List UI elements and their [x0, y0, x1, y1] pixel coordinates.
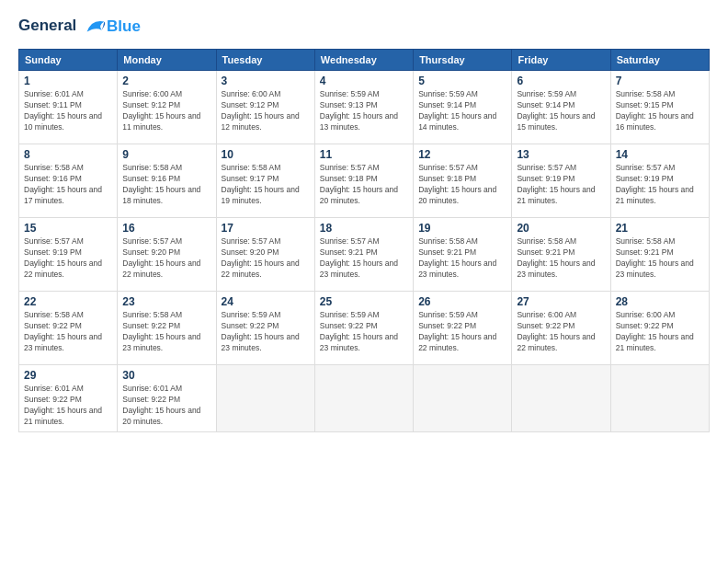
day-number: 7: [616, 75, 704, 87]
day-info: Sunrise: 6:01 AM Sunset: 9:22 PM Dayligh…: [122, 384, 210, 428]
day-info: Sunrise: 5:57 AM Sunset: 9:19 PM Dayligh…: [517, 163, 605, 207]
day-info: Sunrise: 5:57 AM Sunset: 9:19 PM Dayligh…: [616, 163, 704, 207]
table-row: 16 Sunrise: 5:57 AM Sunset: 9:20 PM Dayl…: [118, 218, 216, 292]
table-row: 13 Sunrise: 5:57 AM Sunset: 9:19 PM Dayl…: [512, 144, 610, 218]
day-info: Sunrise: 6:01 AM Sunset: 9:22 PM Dayligh…: [24, 384, 112, 428]
day-number: 28: [616, 295, 704, 308]
day-info: Sunrise: 5:58 AM Sunset: 9:17 PM Dayligh…: [222, 163, 310, 207]
day-info: Sunrise: 5:58 AM Sunset: 9:16 PM Dayligh…: [122, 163, 210, 207]
table-row: 25 Sunrise: 5:59 AM Sunset: 9:22 PM Dayl…: [314, 292, 413, 365]
day-number: 17: [222, 222, 310, 235]
day-number: 9: [122, 148, 210, 161]
calendar-week-3: 15 Sunrise: 5:57 AM Sunset: 9:19 PM Dayl…: [19, 218, 710, 292]
day-info: Sunrise: 5:59 AM Sunset: 9:14 PM Dayligh…: [418, 89, 506, 133]
logo-general: General: [18, 17, 76, 34]
day-number: 5: [418, 75, 506, 87]
day-info: Sunrise: 5:59 AM Sunset: 9:22 PM Dayligh…: [320, 310, 408, 354]
col-wednesday: Wednesday: [314, 50, 413, 71]
table-row: 1 Sunrise: 6:01 AM Sunset: 9:11 PM Dayli…: [19, 71, 118, 144]
table-row: 29 Sunrise: 6:01 AM Sunset: 9:22 PM Dayl…: [19, 365, 118, 432]
day-number: 2: [122, 75, 210, 87]
calendar-header-row: Sunday Monday Tuesday Wednesday Thursday…: [19, 50, 710, 71]
day-info: Sunrise: 5:57 AM Sunset: 9:18 PM Dayligh…: [320, 163, 408, 207]
table-row: 8 Sunrise: 5:58 AM Sunset: 9:16 PM Dayli…: [19, 144, 118, 218]
day-info: Sunrise: 5:58 AM Sunset: 9:21 PM Dayligh…: [616, 236, 704, 281]
day-info: Sunrise: 5:58 AM Sunset: 9:21 PM Dayligh…: [517, 236, 605, 281]
day-number: 14: [616, 148, 704, 161]
table-row: 20 Sunrise: 5:58 AM Sunset: 9:21 PM Dayl…: [512, 218, 610, 292]
table-row: 9 Sunrise: 5:58 AM Sunset: 9:16 PM Dayli…: [118, 144, 216, 218]
day-number: 30: [122, 369, 210, 382]
logo: General Blue: [18, 14, 141, 40]
table-row: 7 Sunrise: 5:58 AM Sunset: 9:15 PM Dayli…: [610, 71, 709, 144]
table-row: [610, 365, 709, 432]
day-info: Sunrise: 6:00 AM Sunset: 9:22 PM Dayligh…: [616, 310, 704, 354]
day-number: 12: [418, 148, 506, 161]
day-number: 16: [122, 222, 210, 235]
day-info: Sunrise: 5:59 AM Sunset: 9:14 PM Dayligh…: [517, 89, 605, 133]
day-number: 4: [320, 75, 408, 87]
col-thursday: Thursday: [414, 50, 512, 71]
table-row: 6 Sunrise: 5:59 AM Sunset: 9:14 PM Dayli…: [512, 71, 610, 144]
table-row: [314, 365, 413, 432]
calendar-week-4: 22 Sunrise: 5:58 AM Sunset: 9:22 PM Dayl…: [19, 292, 710, 365]
day-info: Sunrise: 5:57 AM Sunset: 9:20 PM Dayligh…: [122, 236, 210, 281]
table-row: 26 Sunrise: 5:59 AM Sunset: 9:22 PM Dayl…: [414, 292, 512, 365]
day-number: 8: [24, 148, 112, 161]
table-row: 10 Sunrise: 5:58 AM Sunset: 9:17 PM Dayl…: [216, 144, 314, 218]
table-row: 3 Sunrise: 6:00 AM Sunset: 9:12 PM Dayli…: [216, 71, 314, 144]
col-tuesday: Tuesday: [216, 50, 314, 71]
table-row: 4 Sunrise: 5:59 AM Sunset: 9:13 PM Dayli…: [314, 71, 413, 144]
table-row: [216, 365, 314, 432]
table-row: 11 Sunrise: 5:57 AM Sunset: 9:18 PM Dayl…: [314, 144, 413, 218]
table-row: 14 Sunrise: 5:57 AM Sunset: 9:19 PM Dayl…: [610, 144, 709, 218]
table-row: 18 Sunrise: 5:57 AM Sunset: 9:21 PM Dayl…: [314, 218, 413, 292]
table-row: 21 Sunrise: 5:58 AM Sunset: 9:21 PM Dayl…: [610, 218, 709, 292]
table-row: 17 Sunrise: 5:57 AM Sunset: 9:20 PM Dayl…: [216, 218, 314, 292]
day-info: Sunrise: 6:00 AM Sunset: 9:22 PM Dayligh…: [517, 310, 605, 354]
calendar-week-5: 29 Sunrise: 6:01 AM Sunset: 9:22 PM Dayl…: [19, 365, 710, 432]
table-row: 12 Sunrise: 5:57 AM Sunset: 9:18 PM Dayl…: [414, 144, 512, 218]
col-friday: Friday: [512, 50, 610, 71]
table-row: [414, 365, 512, 432]
table-row: 27 Sunrise: 6:00 AM Sunset: 9:22 PM Dayl…: [512, 292, 610, 365]
table-row: 2 Sunrise: 6:00 AM Sunset: 9:12 PM Dayli…: [118, 71, 216, 144]
day-info: Sunrise: 6:00 AM Sunset: 9:12 PM Dayligh…: [122, 89, 210, 133]
col-monday: Monday: [118, 50, 216, 71]
day-number: 27: [517, 295, 605, 308]
table-row: 19 Sunrise: 5:58 AM Sunset: 9:21 PM Dayl…: [414, 218, 512, 292]
day-number: 22: [24, 295, 112, 308]
day-info: Sunrise: 5:58 AM Sunset: 9:15 PM Dayligh…: [616, 89, 704, 133]
day-number: 24: [222, 295, 310, 308]
table-row: 24 Sunrise: 5:59 AM Sunset: 9:22 PM Dayl…: [216, 292, 314, 365]
logo-bird-icon: [83, 14, 108, 40]
header: General Blue: [18, 14, 710, 40]
table-row: 28 Sunrise: 6:00 AM Sunset: 9:22 PM Dayl…: [610, 292, 709, 365]
day-info: Sunrise: 5:57 AM Sunset: 9:19 PM Dayligh…: [24, 236, 112, 281]
calendar: Sunday Monday Tuesday Wednesday Thursday…: [18, 49, 710, 432]
col-sunday: Sunday: [19, 50, 118, 71]
day-info: Sunrise: 5:59 AM Sunset: 9:22 PM Dayligh…: [222, 310, 310, 354]
table-row: [512, 365, 610, 432]
day-info: Sunrise: 5:59 AM Sunset: 9:13 PM Dayligh…: [320, 89, 408, 133]
day-number: 10: [222, 148, 310, 161]
day-number: 3: [222, 75, 310, 87]
col-saturday: Saturday: [610, 50, 709, 71]
calendar-week-1: 1 Sunrise: 6:01 AM Sunset: 9:11 PM Dayli…: [19, 71, 710, 144]
day-number: 11: [320, 148, 408, 161]
day-number: 15: [24, 222, 112, 235]
day-number: 19: [418, 222, 506, 235]
table-row: 22 Sunrise: 5:58 AM Sunset: 9:22 PM Dayl…: [19, 292, 118, 365]
day-number: 29: [24, 369, 112, 382]
day-info: Sunrise: 5:57 AM Sunset: 9:20 PM Dayligh…: [222, 236, 310, 281]
day-info: Sunrise: 5:58 AM Sunset: 9:22 PM Dayligh…: [122, 310, 210, 354]
day-number: 21: [616, 222, 704, 235]
day-number: 23: [122, 295, 210, 308]
day-number: 1: [24, 75, 112, 87]
day-number: 26: [418, 295, 506, 308]
day-info: Sunrise: 5:58 AM Sunset: 9:21 PM Dayligh…: [418, 236, 506, 281]
day-number: 18: [320, 222, 408, 235]
day-info: Sunrise: 5:58 AM Sunset: 9:22 PM Dayligh…: [24, 310, 112, 354]
day-info: Sunrise: 6:01 AM Sunset: 9:11 PM Dayligh…: [24, 89, 112, 133]
page: General Blue Sunday Monday Tuesday: [0, 0, 728, 563]
